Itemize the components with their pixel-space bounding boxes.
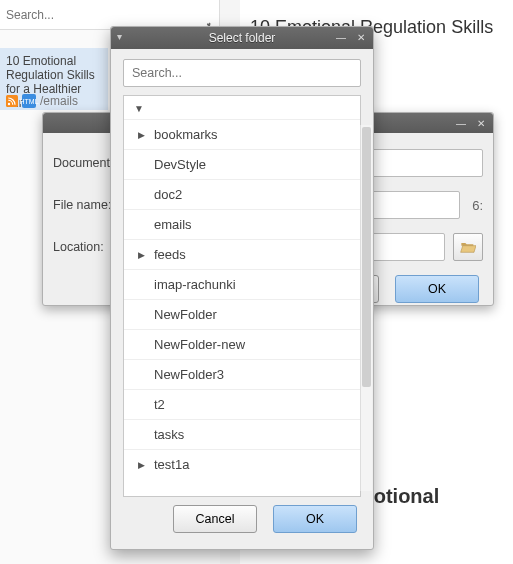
scrollbar[interactable] [360,125,372,491]
folder-cancel-button[interactable]: Cancel [173,505,257,533]
folder-item-label: emails [154,217,192,232]
folder-dialog-titlebar: ▾ Select folder — ✕ [111,27,373,49]
close-icon[interactable]: ✕ [353,30,369,44]
rss-icon [6,95,18,107]
window-menu-icon[interactable]: ▾ [117,31,122,42]
minimize-icon[interactable]: — [333,30,349,44]
svg-point-1 [8,103,10,105]
folder-item-label: bookmarks [154,127,218,142]
folder-search-input[interactable] [123,59,361,87]
folder-item-doc2[interactable]: doc2 [124,179,360,209]
folder-dialog-title: Select folder [209,31,276,45]
browse-folder-button[interactable] [453,233,483,261]
folder-item-label: imap-rachunki [154,277,236,292]
folder-item-imap-rachunki[interactable]: imap-rachunki [124,269,360,299]
html-icon: HTML [22,94,36,108]
scrollbar-thumb[interactable] [362,127,371,387]
folder-item-feeds[interactable]: ▶feeds [124,239,360,269]
svg-rect-0 [6,95,18,107]
chevron-right-icon[interactable]: ▶ [138,250,145,260]
folder-item-label: NewFolder [154,307,217,322]
folder-item-tasks[interactable]: tasks [124,419,360,449]
select-folder-dialog: ▾ Select folder — ✕ ▼ ▶bookmarksDevStyle… [110,26,374,550]
tree-root-toggle[interactable]: ▼ [130,101,148,116]
folder-item-label: NewFolder3 [154,367,224,382]
folder-item-label: DevStyle [154,157,206,172]
folder-item-test1a[interactable]: ▶test1a [124,449,360,479]
folder-item-label: test1a [154,457,189,472]
chevron-right-icon[interactable]: ▶ [138,130,145,140]
minimize-icon[interactable]: — [453,116,469,130]
folder-item-label: t2 [154,397,165,412]
article-path: /emails [40,94,78,108]
folder-tree[interactable]: ▼ ▶bookmarksDevStyledoc2emails▶feedsimap… [123,95,361,497]
folder-item-newfolder[interactable]: NewFolder [124,299,360,329]
folder-item-bookmarks[interactable]: ▶bookmarks [124,119,360,149]
filename-end: 6: [472,198,483,213]
save-ok-button[interactable]: OK [395,275,479,303]
folder-item-devstyle[interactable]: DevStyle [124,149,360,179]
folder-open-icon [460,240,476,254]
folder-item-newfolder3[interactable]: NewFolder3 [124,359,360,389]
folder-ok-button[interactable]: OK [273,505,357,533]
sidebar-search-input[interactable] [6,8,213,22]
folder-item-label: tasks [154,427,184,442]
folder-item-t2[interactable]: t2 [124,389,360,419]
close-icon[interactable]: ✕ [473,116,489,130]
folder-item-label: doc2 [154,187,182,202]
chevron-right-icon[interactable]: ▶ [138,460,145,470]
folder-item-label: NewFolder-new [154,337,245,352]
folder-item-label: feeds [154,247,186,262]
folder-item-emails[interactable]: emails [124,209,360,239]
folder-item-newfolder-new[interactable]: NewFolder-new [124,329,360,359]
